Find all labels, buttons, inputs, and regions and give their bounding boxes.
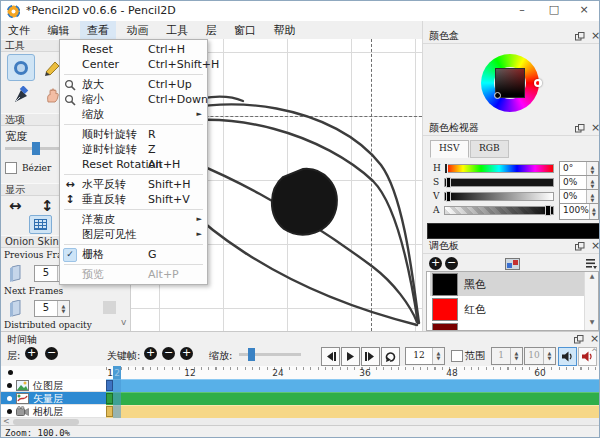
timeline-vscroll-up[interactable]: ^: [591, 348, 598, 357]
menu-item-flip-horizontal[interactable]: ↔ 水平反转Shift+H: [60, 177, 207, 192]
float-panel-icon[interactable]: [575, 242, 585, 251]
alpha-slider[interactable]: [444, 206, 554, 215]
float-panel-icon[interactable]: [575, 124, 585, 133]
saturation-slider-handle[interactable]: [446, 177, 451, 188]
add-layer-button[interactable]: +: [25, 347, 38, 360]
menu-item-rotate-clockwise[interactable]: 顺时针旋转R: [60, 127, 207, 142]
fps-stepper[interactable]: ▲▼: [432, 348, 444, 364]
scroll-up-icon[interactable]: ▲: [585, 272, 599, 280]
menu-animation[interactable]: 动画: [120, 21, 156, 40]
layer-row-camera[interactable]: 相机层: [1, 405, 600, 418]
bezier-option[interactable]: Bézier: [5, 162, 51, 174]
menu-file[interactable]: 文件: [1, 21, 37, 40]
menu-layer[interactable]: 层: [199, 21, 224, 40]
hue-ring-selector[interactable]: [534, 79, 542, 87]
red-swatch[interactable]: [432, 298, 458, 321]
camera-track[interactable]: [106, 405, 600, 418]
menu-item-grid[interactable]: ✓ 栅格G: [60, 247, 207, 262]
bezier-checkbox[interactable]: [5, 162, 17, 174]
palette-swatch-row[interactable]: 红色: [430, 297, 599, 321]
palette-list-options-icon[interactable]: [585, 257, 597, 269]
close-panel-icon[interactable]: ×: [590, 334, 599, 344]
menu-item-flip-vertical[interactable]: ↕ 垂直反转Shift+V: [60, 192, 207, 207]
menu-item-reset[interactable]: ResetCtrl+H: [60, 42, 207, 57]
remove-color-button[interactable]: −: [445, 257, 458, 270]
menu-item-reset-rotation[interactable]: Reset RotationAlt+H: [60, 157, 207, 172]
menu-item-zoom-in[interactable]: 放大Ctrl+Up: [60, 77, 207, 92]
menu-item-zoom-out[interactable]: 缩小Ctrl+Down: [60, 92, 207, 107]
duplicate-keyframe-button[interactable]: +: [180, 347, 193, 360]
bitmap-track[interactable]: [106, 379, 600, 392]
minimize-button[interactable]: –: [507, 1, 537, 20]
keyframe-cell[interactable]: [106, 380, 113, 391]
keyframe-cell[interactable]: [106, 406, 113, 417]
swatch-size-icon[interactable]: [505, 258, 520, 270]
menu-item-zoom-submenu[interactable]: 缩放►: [60, 107, 207, 122]
next-frames-spinbox[interactable]: 5 ▲▼: [34, 300, 70, 317]
value-slider-handle[interactable]: [446, 191, 451, 202]
vector-layer-label[interactable]: 矢量层: [1, 392, 106, 405]
menu-tools[interactable]: 工具: [159, 21, 195, 40]
layer-visibility-dot[interactable]: [7, 396, 12, 401]
playhead-column[interactable]: [113, 366, 121, 418]
float-panel-icon[interactable]: [575, 32, 585, 41]
timeline-ruler[interactable]: 1 2 12 24 36 48 60: [1, 366, 600, 380]
range-checkbox[interactable]: [451, 350, 463, 362]
menu-view[interactable]: 查看: [80, 21, 116, 40]
sound-toggle-button[interactable]: [558, 347, 577, 366]
add-color-button[interactable]: +: [429, 257, 442, 270]
next-frame-button[interactable]: [361, 347, 380, 366]
next-frames-stepper[interactable]: ▲▼: [57, 301, 69, 316]
previous-frame-button[interactable]: [321, 347, 340, 366]
float-panel-icon[interactable]: [574, 335, 584, 344]
black-swatch[interactable]: [432, 273, 458, 296]
pen-tool-button[interactable]: [7, 82, 33, 107]
tab-rgb[interactable]: RGB: [470, 140, 509, 158]
saturation-slider[interactable]: [444, 178, 554, 187]
hue-slider-handle[interactable]: [444, 163, 448, 174]
flip-horizontal-icon[interactable]: ↔: [9, 197, 22, 215]
palette-scrollbar[interactable]: ▲ ▼: [584, 272, 599, 330]
menu-item-rotate-anticlockwise[interactable]: 逆时针旋转Z: [60, 142, 207, 157]
camera-layer-label[interactable]: 相机层: [1, 405, 106, 418]
scroll-down-icon[interactable]: ▼: [585, 318, 599, 325]
close-panel-icon[interactable]: ×: [591, 241, 600, 251]
flip-vertical-icon[interactable]: ↕: [41, 197, 54, 215]
maximize-button[interactable]: □: [539, 1, 569, 20]
value-slider[interactable]: [444, 192, 554, 201]
left-dock-scroll-down-icon[interactable]: v: [121, 317, 126, 327]
alpha-spinbox[interactable]: 100%▲▼: [559, 203, 599, 220]
play-button[interactable]: [341, 347, 360, 366]
hue-slider[interactable]: [444, 164, 554, 173]
alpha-slider-handle[interactable]: [545, 205, 551, 216]
add-keyframe-button[interactable]: +: [144, 347, 157, 360]
remove-keyframe-button[interactable]: −: [162, 347, 175, 360]
tab-hsv[interactable]: HSV: [430, 140, 469, 158]
layer-visibility-dot[interactable]: [7, 409, 12, 414]
layer-row-bitmap[interactable]: 位图层: [1, 379, 600, 392]
menu-window[interactable]: 窗口: [227, 21, 263, 40]
palette-swatch-row[interactable]: 黑色: [430, 272, 599, 296]
keyframe-cell[interactable]: [106, 393, 113, 404]
layer-visibility-dot[interactable]: [8, 370, 13, 375]
menu-edit[interactable]: 编辑: [41, 21, 77, 40]
width-slider-handle[interactable]: [32, 142, 40, 155]
menu-help[interactable]: 帮助: [267, 21, 303, 40]
remove-layer-button[interactable]: −: [45, 347, 58, 360]
fps-spinbox[interactable]: 12 fps ▲▼: [405, 347, 445, 365]
close-panel-icon[interactable]: ×: [591, 31, 600, 41]
grid-toggle-button[interactable]: [29, 215, 52, 234]
timeline-zoom-slider-handle[interactable]: [248, 348, 255, 361]
layer-row-vector[interactable]: 矢量层: [1, 392, 600, 405]
move-tool-button[interactable]: [7, 54, 35, 81]
close-panel-icon[interactable]: ×: [591, 123, 600, 133]
close-button[interactable]: ×: [569, 1, 599, 20]
menu-item-layer-visibility-submenu[interactable]: 图层可见性►: [60, 227, 207, 242]
palette-swatch-row[interactable]: [430, 322, 599, 331]
menu-item-center[interactable]: CenterCtrl+Shift+H: [60, 57, 207, 72]
vector-track[interactable]: [106, 392, 600, 405]
dark-red-swatch[interactable]: [432, 323, 458, 331]
onion-next-color-button[interactable]: [103, 301, 116, 314]
loop-button[interactable]: [381, 347, 400, 366]
layer-visibility-dot[interactable]: [7, 383, 12, 388]
